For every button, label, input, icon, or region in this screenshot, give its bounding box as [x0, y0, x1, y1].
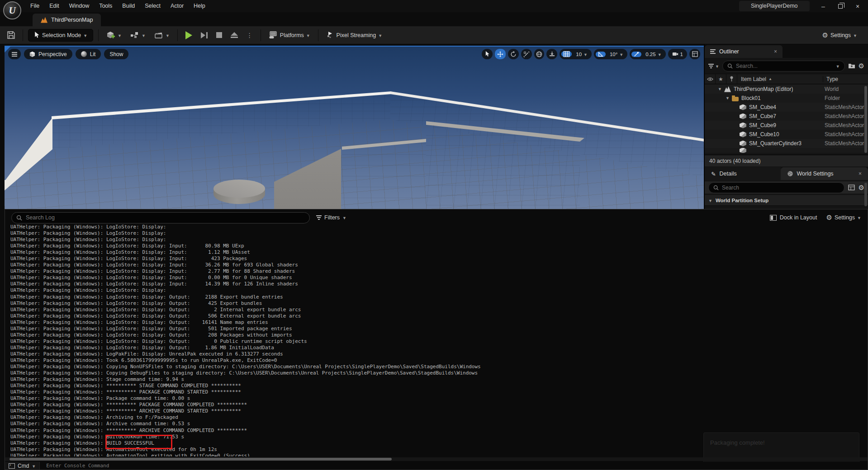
selection-mode-dropdown[interactable]: Selection Mode ▼ — [28, 29, 93, 42]
tab-outliner[interactable]: Outliner × — [705, 45, 783, 58]
eject-button[interactable] — [228, 28, 241, 42]
scrollbar-thumb[interactable] — [9, 458, 392, 461]
type-column-header[interactable]: Type — [823, 76, 868, 82]
rotation-snap-toggle[interactable] — [596, 52, 606, 57]
menu-item[interactable]: Window — [64, 0, 94, 12]
log-search-input[interactable]: Search Log — [11, 212, 310, 223]
grid-snap-toggle[interactable] — [561, 51, 572, 57]
item-label-column-header[interactable]: Item Label ▲ — [737, 76, 823, 82]
pin-column-button[interactable] — [726, 74, 737, 84]
scale-snap-toggle[interactable] — [631, 52, 641, 57]
outliner-row[interactable]: ▼ SM_Cube9 StaticMeshActor — [705, 121, 868, 130]
log-output[interactable]: UATHelper: Packaging (Windows): LogIoSto… — [5, 224, 868, 456]
window-title: SinglePlayerDemo — [739, 1, 810, 11]
coordinate-system-toggle[interactable] — [534, 49, 544, 59]
expand-chevron[interactable]: ▼ — [726, 96, 732, 100]
outliner-row[interactable]: ▼ SM_Cube4 StaticMeshActor — [705, 103, 868, 112]
maximize-button[interactable] — [832, 0, 849, 12]
select-tool-button[interactable] — [482, 49, 493, 59]
outliner-row[interactable]: ▼ SM_Cube10 StaticMeshActor — [705, 130, 868, 139]
viewport-canvas[interactable]: Perspective Lit Show — [5, 46, 704, 209]
world-partition-section[interactable]: ▼ World Partition Setup — [705, 195, 868, 206]
show-dropdown[interactable]: Show — [104, 49, 128, 59]
viewport-options-button[interactable] — [8, 49, 21, 59]
surface-snapping-button[interactable] — [546, 49, 557, 59]
dock-in-layout-button[interactable]: Dock in Layout — [770, 214, 817, 221]
angle-icon — [598, 52, 603, 57]
details-search-input[interactable]: Search — [708, 182, 844, 193]
log-line: UATHelper: Packaging (Windows): Archive … — [10, 421, 868, 427]
log-line: UATHelper: Packaging (Windows): LogIoSto… — [10, 275, 868, 281]
pixel-streaming-dropdown[interactable]: Pixel Streaming ▼ — [323, 28, 385, 42]
rotation-snap-value-label: 10° — [610, 52, 617, 57]
outliner-row[interactable]: ▼ — [705, 148, 868, 153]
log-line: UATHelper: Packaging (Windows): LogIoSto… — [10, 326, 868, 332]
log-line: UATHelper: Packaging (Windows): LogIoSto… — [10, 224, 868, 230]
menu-item[interactable]: Build — [117, 0, 140, 12]
chevron-down-icon: ▼ — [658, 52, 662, 57]
details-settings-button[interactable]: ⚙ — [859, 184, 864, 192]
menu-item[interactable]: Tools — [94, 0, 117, 12]
add-folder-button[interactable] — [848, 63, 855, 69]
cinematics-dropdown[interactable]: ▼ — [152, 28, 172, 42]
minimize-button[interactable]: – — [815, 0, 832, 12]
scale-snap-value[interactable]: 0.25▼ — [643, 52, 664, 57]
cursor-icon — [34, 32, 40, 38]
log-line: UATHelper: Packaging (Windows): LogIoSto… — [10, 287, 868, 294]
menu-item[interactable]: Edit — [44, 0, 64, 12]
outliner-scrollbar[interactable] — [864, 86, 867, 153]
log-settings-dropdown[interactable]: ⚙ Settings ▼ — [826, 214, 861, 222]
outliner-row[interactable]: ▼ ThirdPersonMap (Editor) World — [705, 85, 868, 94]
save-button[interactable] — [5, 28, 18, 42]
close-icon[interactable]: × — [859, 171, 862, 177]
cmd-dropdown[interactable]: Cmd ▼ — [5, 463, 39, 469]
chevron-down-icon: ▼ — [32, 464, 36, 469]
play-options-button[interactable]: ⋮ — [244, 28, 256, 42]
maximize-viewport-button[interactable] — [689, 49, 700, 59]
log-horizontal-scrollbar[interactable] — [5, 457, 868, 461]
settings-dropdown[interactable]: ⚙ Settings ▼ — [819, 28, 860, 42]
outliner-column-header: ★ Item Label ▲ Type — [705, 74, 868, 84]
log-filters-dropdown[interactable]: Filters ▼ — [316, 214, 346, 221]
outliner-search-input[interactable]: Search... ▼ — [722, 61, 845, 71]
details-scrollbar[interactable] — [864, 183, 867, 206]
grid-snap-value[interactable]: 10▼ — [574, 52, 590, 57]
console-command-input[interactable]: Enter Console Command — [39, 462, 868, 470]
scale-snap-group: 0.25▼ — [630, 49, 665, 59]
outliner-row[interactable]: ▼ SM_Cube7 StaticMeshActor — [705, 112, 868, 121]
close-icon[interactable]: × — [774, 48, 777, 55]
outliner-row[interactable]: ▼ Block01 Folder — [705, 94, 868, 103]
expand-chevron[interactable]: ▼ — [718, 87, 724, 91]
add-actor-dropdown[interactable]: ▼ — [104, 28, 124, 42]
window-controls: – × — [815, 0, 866, 12]
log-line: UATHelper: Packaging (Windows): LogIoSto… — [10, 332, 868, 338]
menu-item[interactable]: Help — [189, 0, 210, 12]
close-button[interactable]: × — [849, 0, 866, 12]
outliner-settings-button[interactable]: ⚙ — [859, 62, 864, 70]
tab-world-settings[interactable]: World Settings × — [781, 167, 868, 180]
frame-skip-button[interactable] — [198, 28, 210, 42]
scale-tool-button[interactable] — [521, 49, 532, 59]
tab-details[interactable]: ✎ Details — [705, 167, 781, 180]
tab-thirdpersonmap[interactable]: ThirdPersonMap — [33, 14, 101, 26]
visibility-column-button[interactable] — [705, 74, 716, 84]
menu-item[interactable]: Select — [140, 0, 166, 12]
menu-item[interactable]: Actor — [166, 0, 189, 12]
chevron-down-icon: ▼ — [83, 33, 87, 38]
outliner-row[interactable]: ▼ SM_QuarterCylinder3 StaticMeshActor — [705, 139, 868, 148]
camera-speed-button[interactable]: 1 — [670, 52, 685, 57]
log-search-placeholder: Search Log — [26, 214, 55, 221]
outliner-filter-button[interactable]: ▼ — [708, 64, 719, 68]
blueprints-dropdown[interactable]: ▼ — [128, 28, 148, 42]
rotation-snap-value[interactable]: 10°▼ — [607, 52, 626, 57]
play-button[interactable] — [183, 28, 195, 42]
favorite-column-button[interactable]: ★ — [716, 74, 726, 84]
menu-item[interactable]: File — [25, 0, 44, 12]
lit-dropdown[interactable]: Lit — [76, 49, 101, 59]
platforms-dropdown[interactable]: Platforms ▼ — [266, 28, 313, 42]
perspective-dropdown[interactable]: Perspective — [24, 49, 72, 59]
stop-button[interactable] — [213, 28, 225, 42]
display-filter-button[interactable] — [848, 185, 855, 190]
rotate-tool-button[interactable] — [508, 49, 519, 59]
move-tool-button[interactable] — [495, 49, 506, 59]
